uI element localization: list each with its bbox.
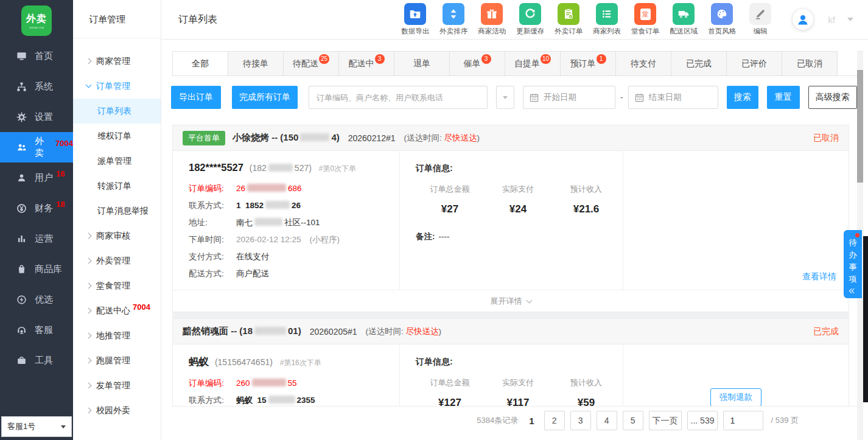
sidebar-item-service[interactable]: 客服 (0, 315, 73, 345)
expand-detail-toggle[interactable]: 展开详情 (173, 290, 849, 312)
sidebar-item-settings[interactable]: 设置 (0, 102, 73, 132)
gift-icon (481, 3, 503, 25)
submenu-item-dispatch-mgmt[interactable]: 派单管理 (73, 148, 161, 173)
last-page-button[interactable]: ... 539 (687, 411, 718, 430)
submenu-item-rights-orders[interactable]: 维权订单 (73, 124, 161, 148)
tab-delivering[interactable]: 配送中3 (338, 51, 394, 75)
submenu-item-errand-mgmt[interactable]: 跑腿管理 (73, 348, 161, 373)
tool-dinein-orders[interactable]: 堂 堂食订单 (630, 3, 660, 36)
tool-merchant-list[interactable]: 商家列表 (592, 3, 622, 36)
tab-preorder[interactable]: 预订单1 (560, 51, 616, 75)
chevron-right-icon (86, 258, 92, 264)
account-select-value: 客服1号 (7, 421, 35, 432)
reset-button[interactable]: 重置 (767, 86, 800, 109)
tab-pending-pay[interactable]: 待支付 (615, 51, 671, 75)
calendar-icon (530, 93, 539, 102)
start-date-input[interactable]: 开始日期 (523, 86, 615, 109)
submenu-item-takeout-mgmt[interactable]: 外卖管理 (73, 248, 161, 273)
submenu-item-order-reports[interactable]: 订单消息举报 (73, 198, 161, 223)
search-type-select[interactable] (496, 86, 514, 109)
tool-takeout-sort[interactable]: 外卖排序 (438, 3, 469, 36)
submenu-item-order-list[interactable]: 订单列表 (73, 99, 161, 124)
tool-home-style[interactable]: 首页风格 (707, 3, 737, 36)
view-detail-link[interactable]: 查看详情 (802, 271, 836, 282)
export-orders-button[interactable]: 导出订单 (171, 86, 221, 109)
chevron-down-icon[interactable] (847, 18, 853, 21)
app-logo[interactable]: 外卖 JHCMS.COM (21, 5, 52, 36)
force-refund-button[interactable]: 强制退款 (710, 388, 761, 407)
chevron-right-icon (86, 283, 92, 289)
submenu-item-send-mgmt[interactable]: 发单管理 (73, 373, 161, 398)
search-input[interactable] (309, 86, 488, 109)
tab-self-pickup[interactable]: 自提单10 (505, 51, 561, 75)
sidebar-item-goods[interactable]: 商品库 (0, 254, 73, 284)
submenu-item-order-mgmt[interactable]: 订单管理 (73, 74, 161, 99)
dinein-icon: 堂 (634, 3, 656, 25)
scrollbar-thumb[interactable] (857, 70, 863, 183)
order-time-row: 下单时间:2026-02-12 12:25(小程序) (189, 231, 399, 248)
sidebar-item-label: 设置 (35, 111, 53, 123)
submenu-item-merchant-review[interactable]: 商家审核 (73, 223, 161, 248)
sidebar-item-tools[interactable]: 工具 (0, 345, 73, 375)
submenu-item-merchant-mgmt[interactable]: 商家管理 (73, 49, 161, 74)
collapse-icon (850, 289, 856, 293)
tab-pending-accept[interactable]: 待接单 (228, 51, 284, 75)
tab-reviewed[interactable]: 已评价 (726, 51, 782, 75)
submenu-item-transfer-orders[interactable]: 转派订单 (73, 173, 161, 198)
tab-refund[interactable]: 退单 (394, 51, 450, 75)
user-avatar[interactable] (793, 9, 813, 30)
chevron-right-icon (86, 358, 92, 364)
tab-all[interactable]: 全部 (172, 51, 228, 75)
delivery-time: (送达时间: 尽快送达) (366, 326, 442, 337)
account-select[interactable]: 客服1号 (1, 416, 72, 437)
user-name: 蚂蚁 (189, 356, 209, 367)
order-card: 平台首单 小徐烧烤 -- (1504) 20260212#1 (送达时间: 尽快… (172, 125, 849, 312)
clipboard-check-icon (558, 3, 579, 25)
next-page-button[interactable]: 下一页 (649, 411, 682, 430)
tool-edit[interactable]: 编辑 (745, 3, 775, 36)
export-icon (404, 3, 426, 25)
tool-delivery-zone[interactable]: 配送区域 (668, 3, 699, 36)
tool-refresh-cache[interactable]: 更新缓存 (515, 3, 545, 36)
end-date-input[interactable]: 结束日期 (628, 86, 718, 109)
tab-urge[interactable]: 催单3 (449, 51, 505, 75)
sidebar-item-label: 工具 (35, 355, 53, 366)
sidebar-item-users[interactable]: 用户 16 (0, 162, 73, 193)
page-button[interactable]: 2 (544, 411, 565, 430)
chevron-down-icon (61, 425, 66, 428)
page-button[interactable]: 3 (570, 411, 591, 430)
submenu-item-campus-takeout[interactable]: 校园外卖 (73, 398, 161, 423)
submenu-item-delivery-center[interactable]: 配送中心7004 (73, 298, 161, 323)
page-button[interactable]: 5 (623, 411, 643, 430)
first-order-badge: 平台首单 (183, 131, 225, 145)
calendar-icon (635, 93, 644, 102)
finish-all-orders-button[interactable]: 完成所有订单 (232, 86, 298, 109)
page-button[interactable]: 4 (597, 411, 617, 430)
quick-tools: 数据导出 外卖排序 商家活动 更新缓存 (400, 3, 775, 36)
sidebar-item-premium[interactable]: 优选 (0, 284, 73, 315)
advanced-search-button[interactable]: 高级搜索 (808, 86, 857, 109)
tool-takeout-orders[interactable]: 外卖订单 (553, 3, 584, 36)
search-button[interactable]: 搜索 (727, 86, 758, 109)
sidebar-item-system[interactable]: 系统 (0, 71, 73, 102)
tab-completed[interactable]: 已完成 (671, 51, 727, 75)
todo-panel-tab[interactable]: 待 办 事 项 (844, 230, 862, 298)
user-icon (16, 172, 27, 184)
sidebar-item-takeout[interactable]: 外卖 7004 (0, 132, 73, 162)
merchant-name: 黯然销魂面 -- (1801) (183, 326, 301, 337)
refresh-icon (519, 3, 541, 25)
tool-data-export[interactable]: 数据导出 (400, 3, 430, 36)
submenu-item-label: 维权订单 (97, 131, 131, 142)
page-jump-input[interactable] (723, 411, 763, 430)
tab-pending-delivery[interactable]: 待配送25 (283, 51, 339, 75)
tool-merchant-activity[interactable]: 商家活动 (477, 3, 507, 36)
submenu-item-promotion-mgmt[interactable]: 地推管理 (73, 323, 161, 348)
sidebar-item-finance[interactable]: 财务 18 (0, 193, 73, 223)
submenu-item-label: 商家管理 (96, 56, 130, 67)
sidebar-item-operation[interactable]: 运营 (0, 223, 73, 254)
tab-badge: 1 (597, 54, 606, 64)
header-user-area: kf (793, 9, 853, 30)
submenu-item-dinein-mgmt[interactable]: 堂食管理 (73, 273, 161, 298)
sidebar-item-home[interactable]: 首页 (0, 41, 73, 71)
tab-cancelled[interactable]: 已取消 (782, 51, 838, 75)
